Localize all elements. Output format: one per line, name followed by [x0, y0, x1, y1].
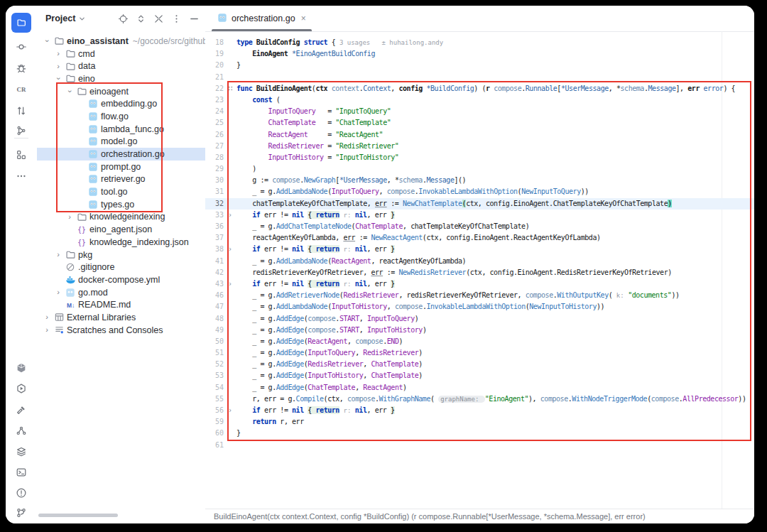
code-line-20[interactable]: 20} [205, 60, 754, 71]
tree-chevron-icon[interactable]: › [66, 86, 74, 97]
tree-chevron-icon[interactable]: › [64, 213, 75, 221]
collapse-all-icon[interactable] [153, 13, 164, 24]
code-line-42[interactable]: 42 redisRetrieverKeyOfRetriever, err := … [205, 267, 754, 278]
tree-chevron-icon[interactable]: › [41, 313, 53, 321]
code-line-61[interactable]: 61 [205, 440, 754, 451]
code-line-29[interactable]: 29 ) [205, 163, 754, 175]
code-line-49[interactable]: 49 _ = g.AddEdge(compose.START, InputToH… [205, 325, 754, 336]
tree-item-eino-agent-json[interactable]: {}eino_agent.json [37, 223, 205, 236]
tree-item-tool-go[interactable]: tool.go [37, 185, 205, 198]
gutter-usages-icon[interactable] [224, 83, 236, 94]
tree-chevron-icon[interactable]: › [41, 326, 53, 334]
more-tools-button-icon[interactable] [11, 166, 31, 186]
horizontal-scrollbar[interactable] [38, 514, 118, 517]
fold-chevron-icon[interactable]: › [224, 405, 236, 416]
tree-item-retriever-go[interactable]: retriever.go [37, 173, 205, 186]
project-icon[interactable] [11, 13, 31, 33]
tree-item-readme-md[interactable]: M↓README.md [37, 298, 205, 311]
code-line-18[interactable]: 18type BuildConfig struct { 3 usages ± h… [205, 37, 754, 48]
tree-item-embedding-go[interactable]: embedding.go [37, 97, 205, 110]
hide-panel-icon[interactable] [188, 13, 200, 24]
code-line-50[interactable]: 50 _ = g.AddEdge(ReactAgent, compose.END… [205, 336, 754, 347]
panel-title[interactable]: Project [45, 13, 75, 23]
code-review-icon[interactable]: CR [11, 80, 31, 99]
database-icon[interactable] [11, 442, 31, 462]
build-icon[interactable] [11, 400, 31, 420]
code-line-28[interactable]: 28 InputToHistory = "InputToHistory" [205, 152, 754, 163]
code-line-23[interactable]: 23 const ( [205, 94, 754, 106]
code-editor[interactable]: 18type BuildConfig struct { 3 usages ± h… [205, 31, 754, 509]
code-line-59[interactable]: 59 return r, err [205, 416, 754, 428]
expand-collapse-icon[interactable] [135, 13, 146, 24]
tree-item-flow-go[interactable]: flow.go [37, 110, 205, 123]
structure-icon[interactable] [11, 145, 31, 165]
code-line-41[interactable]: 41 _ = g.AddLambdaNode(ReactAgent, react… [205, 256, 754, 267]
tree-chevron-icon[interactable]: › [53, 50, 64, 58]
code-line-21[interactable]: 21 [205, 72, 754, 83]
tree-chevron-icon[interactable]: › [53, 251, 64, 259]
debug-icon[interactable] [11, 58, 31, 78]
options-icon[interactable] [170, 13, 182, 24]
code-line-60[interactable]: 60} [205, 428, 754, 439]
code-line-55[interactable]: 55 r, err = g.Compile(ctx, compose.WithG… [205, 393, 754, 405]
code-line-51[interactable]: 51 _ = g.AddEdge(InputToQuery, RedisRetr… [205, 347, 754, 359]
tree-item-einoagent[interactable]: ›einoagent [37, 85, 205, 98]
tree-chevron-icon[interactable]: › [43, 36, 51, 47]
code-line-47[interactable]: 47 _ = g.AddLambdaNode(InputToHistory, c… [205, 301, 754, 313]
tree-item-scratches-and-consoles[interactable]: ›Scratches and Consoles [37, 324, 205, 337]
code-line-24[interactable]: 24 InputToQuery = "InputToQuery" [205, 106, 754, 117]
code-line-33[interactable]: 33› if err != nil { return r: nil, err } [205, 210, 754, 221]
tree-item-cmd[interactable]: ›cmd [37, 48, 205, 60]
close-icon[interactable]: × [301, 13, 306, 23]
problems-icon[interactable] [11, 483, 31, 503]
ai-assistant-icon[interactable] [11, 358, 31, 378]
tree-item-eino[interactable]: ›eino [37, 72, 205, 85]
tree-item-knowledgeindexing[interactable]: ›knowledgeindexing [37, 211, 205, 224]
terminal-icon[interactable] [11, 462, 31, 482]
code-line-46[interactable]: 46 _ = g.AddRetrieverNode(RedisRetriever… [205, 290, 754, 301]
code-line-54[interactable]: 54 _ = g.AddEdge(ChatTemplate, ReactAgen… [205, 382, 754, 393]
code-line-19[interactable]: 19 EinoAgent *EinoAgentBuildConfig [205, 48, 754, 60]
tree-chevron-icon[interactable]: › [53, 288, 64, 296]
commit-icon[interactable] [11, 37, 31, 57]
tree-item-prompt-go[interactable]: prompt.go [37, 161, 205, 173]
tree-item-types-go[interactable]: types.go [37, 198, 205, 211]
pull-requests-icon[interactable] [11, 101, 31, 121]
code-line-56[interactable]: 56› if err != nil { return r: nil, err } [205, 405, 754, 416]
tree-item-data[interactable]: ›data [37, 60, 205, 72]
code-line-52[interactable]: 52 _ = g.AddEdge(RedisRetriever, ChatTem… [205, 359, 754, 370]
code-line-31[interactable]: 31 _ = g.AddLambdaNode(InputToQuery, com… [205, 186, 754, 197]
tree-chevron-icon[interactable]: › [53, 63, 64, 70]
code-line-32[interactable]: 32 chatTemplateKeyOfChatTemplate, err :=… [205, 198, 754, 210]
code-line-25[interactable]: 25 ChatTemplate = "ChatTemplate" [205, 117, 754, 129]
tree-item--gitignore[interactable]: .gitignore [37, 261, 205, 273]
code-line-36[interactable]: 36 _ = g.AddChatTemplateNode(ChatTemplat… [205, 221, 754, 232]
tree-item-knowledge-indexing-json[interactable]: {}knowledge_indexing.json [37, 236, 205, 249]
tree-item-go-mod[interactable]: ›go.mod [37, 286, 205, 299]
code-line-22[interactable]: 22func BuildEinoAgent(ctx context.Contex… [205, 83, 754, 94]
fold-chevron-icon[interactable]: › [224, 244, 236, 255]
tree-item-lambda-func-go[interactable]: lambda_func.go [37, 123, 205, 136]
code-line-48[interactable]: 48 _ = g.AddEdge(compose.START, InputToQ… [205, 313, 754, 325]
tree-item-external-libraries[interactable]: ›External Libraries [37, 311, 205, 324]
code-line-27[interactable]: 27 RedisRetriever = "RedisRetriever" [205, 141, 754, 152]
version-control-icon[interactable] [11, 503, 31, 523]
tree-item-eino-assistant[interactable]: ›eino_assistant~/gocode/src/github.com/c… [37, 35, 205, 48]
fold-chevron-icon[interactable]: › [224, 278, 236, 290]
fold-chevron-icon[interactable]: › [224, 210, 236, 221]
code-line-37[interactable]: 37 reactAgentKeyOfLambda, err := NewReac… [205, 232, 754, 244]
code-line-30[interactable]: 30 g := compose.NewGraph[*UserMessage, *… [205, 175, 754, 186]
services-icon[interactable] [11, 379, 31, 398]
tab-orchestration-go[interactable]: orchestration.go × [210, 6, 313, 31]
tree-chevron-icon[interactable]: › [55, 73, 62, 85]
tree-item-docker-compose-yml[interactable]: docker-compose.yml [37, 273, 205, 286]
select-opened-file-icon[interactable] [117, 13, 129, 24]
code-line-43[interactable]: 43› if err != nil { return r: nil, err } [205, 278, 754, 290]
hierarchy-icon[interactable] [11, 420, 31, 440]
code-line-26[interactable]: 26 ReactAgent = "ReactAgent" [205, 129, 754, 141]
code-line-53[interactable]: 53 _ = g.AddEdge(InputToHistory, ChatTem… [205, 370, 754, 381]
tree-item-pkg[interactable]: ›pkg [37, 249, 205, 261]
tree-item-model-go[interactable]: model.go [37, 136, 205, 148]
code-line-38[interactable]: 38› if err != nil { return r: nil, err } [205, 244, 754, 255]
chevron-down-icon[interactable] [78, 15, 86, 23]
